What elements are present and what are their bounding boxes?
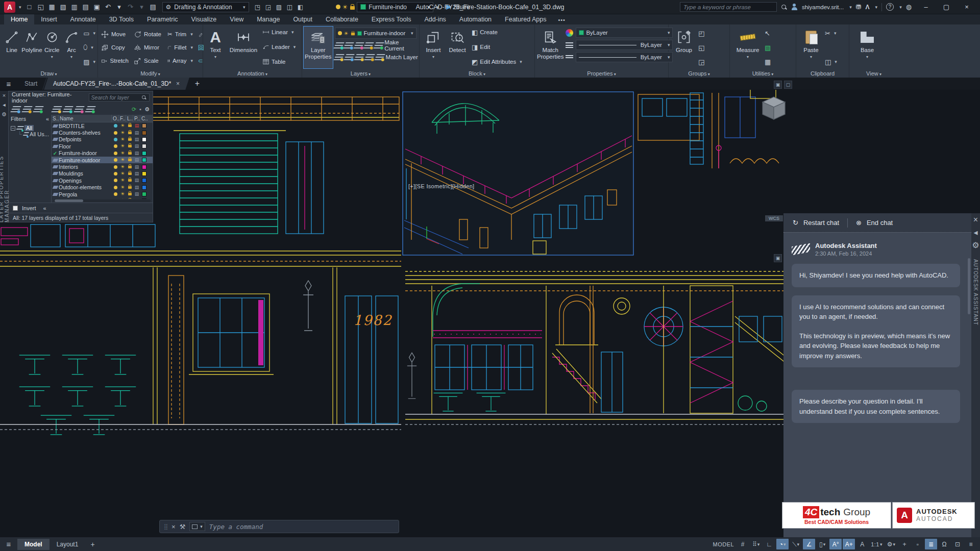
panel-label-annotation[interactable]: Annotation <box>203 70 302 77</box>
layer-row-platform[interactable]: Platform☀▤ <box>52 197 153 199</box>
layer-states-icon[interactable] <box>33 106 43 112</box>
ungroup-button[interactable]: ◰ <box>698 28 704 39</box>
close-assistant-icon[interactable] <box>973 215 978 224</box>
lock-ui-icon[interactable]: Ω <box>938 539 950 549</box>
ribbon-tab-home[interactable]: Home <box>4 14 34 24</box>
group-select-toggle[interactable]: ◲ <box>698 56 704 67</box>
layer-row-pergola[interactable]: Pergola☀▤ <box>52 191 153 197</box>
ribbon-tab-output[interactable]: Output <box>286 14 319 24</box>
leader-button[interactable]: Leader▾ <box>262 41 296 53</box>
layer-lock2-icon[interactable] <box>363 42 374 48</box>
sheet-set-icon[interactable]: ◳ <box>253 3 262 12</box>
layer-row-interiors[interactable]: Interiors☀▤ <box>52 163 153 170</box>
layer-freeze-icon[interactable] <box>353 42 364 48</box>
layer-grid-header[interactable]: S.. Name O.. F.. L.. P.. C.. <box>52 115 153 122</box>
ribbon-tab-featured-apps[interactable]: Featured Apps <box>498 14 553 24</box>
edit-block-button[interactable]: ◨Edit <box>472 41 522 53</box>
hardware-acceleration-icon[interactable]: ≣ <box>925 539 937 549</box>
rectangle-button[interactable]: ▭▾ <box>83 28 95 39</box>
dimension-button[interactable]: Dimension <box>227 27 260 68</box>
circle-button[interactable]: Circle▾ <box>42 27 62 68</box>
assistant-settings-icon[interactable] <box>972 240 979 250</box>
save-icon[interactable]: ▦ <box>47 2 57 12</box>
lineweight-icon[interactable] <box>566 42 573 48</box>
collapse-filters-icon[interactable]: « <box>46 116 49 122</box>
ribbon-tab-annotate[interactable]: Annotate <box>64 14 103 24</box>
layer-on-icon[interactable] <box>336 5 340 9</box>
set-current-icon[interactable] <box>85 106 95 112</box>
customization-icon[interactable]: ≡ <box>965 539 977 549</box>
filter-all-used[interactable]: └ All Us... <box>18 131 49 137</box>
ribbon-tab-automation[interactable]: Automation <box>453 14 498 24</box>
select-window-button[interactable]: ▧ <box>765 42 771 53</box>
edit-attributes-button[interactable]: ◩Edit Attributes▾ <box>472 56 522 67</box>
tab-start[interactable]: Start <box>15 78 47 90</box>
tab-model[interactable]: Model <box>17 539 50 550</box>
table-button[interactable]: Table <box>262 56 296 67</box>
layer-on2-icon[interactable] <box>333 54 344 60</box>
export-icon[interactable]: ▥ <box>69 2 80 12</box>
close-palette-icon[interactable] <box>3 92 6 98</box>
layer-row-openings[interactable]: Openings☀▤ <box>52 177 153 184</box>
match-layer-button[interactable]: Match Layer <box>386 54 418 60</box>
viewport2-maximize-icon[interactable]: ▣ <box>774 254 782 262</box>
ribbon-more-button[interactable]: ••• <box>553 15 571 24</box>
new-file-icon[interactable]: □ <box>24 2 35 12</box>
autohide-assistant-icon[interactable] <box>973 228 977 237</box>
mirror-button[interactable]: Mirror <box>132 41 164 54</box>
ellipse-button[interactable]: ⬯▾ <box>83 42 95 53</box>
ribbon-tab-view[interactable]: View <box>223 14 250 24</box>
command-grip[interactable]: ⣿ <box>164 523 167 530</box>
fillet-button[interactable]: Fillet▾ <box>165 41 195 54</box>
model-space-toggle[interactable]: MODEL <box>712 539 736 549</box>
viewport-sync-icon[interactable]: ▢ <box>784 81 792 89</box>
new-property-filter-icon[interactable] <box>10 106 21 112</box>
trim-button[interactable]: ✂Trim▾ <box>165 28 195 41</box>
user-caret[interactable]: ▾ <box>849 5 852 10</box>
snap-mode-icon[interactable]: ⠿▾ <box>750 539 762 549</box>
refresh-icon[interactable]: ⟳ <box>132 106 136 113</box>
undo-caret-icon[interactable]: ▾ <box>114 2 125 12</box>
panel-label-block[interactable]: Block <box>420 70 534 77</box>
markup-icon[interactable]: ◲ <box>264 3 273 12</box>
create-block-button[interactable]: ◧Create <box>472 27 522 38</box>
ribbon-tab-insert[interactable]: Insert <box>34 14 63 24</box>
measure-button[interactable]: Measure▾ <box>733 27 763 68</box>
annotation-scale[interactable]: 1:1▾ <box>869 539 884 549</box>
copy-clip-button[interactable]: ◫▾ <box>825 56 837 67</box>
layer-search-input[interactable]: Search for layer <box>89 93 150 102</box>
quick-calculator-button[interactable]: ▦ <box>765 56 771 67</box>
new-layer-vp-icon[interactable] <box>62 106 73 112</box>
detect-button[interactable]: Detect <box>445 27 470 68</box>
layer-properties-button[interactable]: Layer Properties <box>304 27 333 68</box>
ribbon-tab-express-tools[interactable]: Express Tools <box>365 14 418 24</box>
viewport-maximize-icon[interactable]: ▣ <box>774 81 782 89</box>
settings-square-icon[interactable]: ▪ <box>139 106 141 112</box>
chat-scrollbar[interactable] <box>968 258 970 314</box>
tab-layout1[interactable]: Layout1 <box>50 539 86 550</box>
app-logo[interactable]: A <box>4 2 15 13</box>
move-button[interactable]: Move <box>99 28 131 41</box>
linetype-select[interactable]: ByLayer▾ <box>576 52 673 62</box>
isometric-drafting-icon[interactable]: ⟍▾ <box>790 539 802 549</box>
file-tabs-menu[interactable]: ≡ <box>0 78 17 90</box>
isolate-objects-icon[interactable]: ▫ <box>912 539 924 549</box>
viewport-label[interactable]: [+][SE Isometric][Hidden] <box>408 183 474 189</box>
command-input-icon[interactable]: ▾ <box>189 522 205 531</box>
delete-layer-icon[interactable] <box>74 106 84 112</box>
quick-select-button[interactable]: ↖ <box>765 28 771 39</box>
group-button[interactable]: Group <box>672 27 696 68</box>
polyline-button[interactable]: Polyline <box>21 27 42 68</box>
workspace-dropdown[interactable]: ⚙ Drafting & Annotation ▾ <box>162 2 249 12</box>
text-button[interactable]: A Text▾ <box>204 27 227 68</box>
group-edit-button[interactable]: ◱ <box>698 42 704 53</box>
redo-icon[interactable]: ↷ <box>126 2 136 12</box>
layer-row-furniture-indoor[interactable]: ✓Furniture-indoor☀▤ <box>52 150 153 157</box>
end-chat-button[interactable]: End chat <box>867 219 893 227</box>
layer-thaw2-icon[interactable] <box>354 54 364 60</box>
search-icon[interactable] <box>781 4 787 10</box>
collapse-icon[interactable]: « <box>43 205 46 211</box>
ribbon-tab-visualize[interactable]: Visualize <box>185 14 224 24</box>
maximize-button[interactable]: ▢ <box>936 0 957 14</box>
page-setup-icon[interactable]: ▤ <box>81 2 91 12</box>
